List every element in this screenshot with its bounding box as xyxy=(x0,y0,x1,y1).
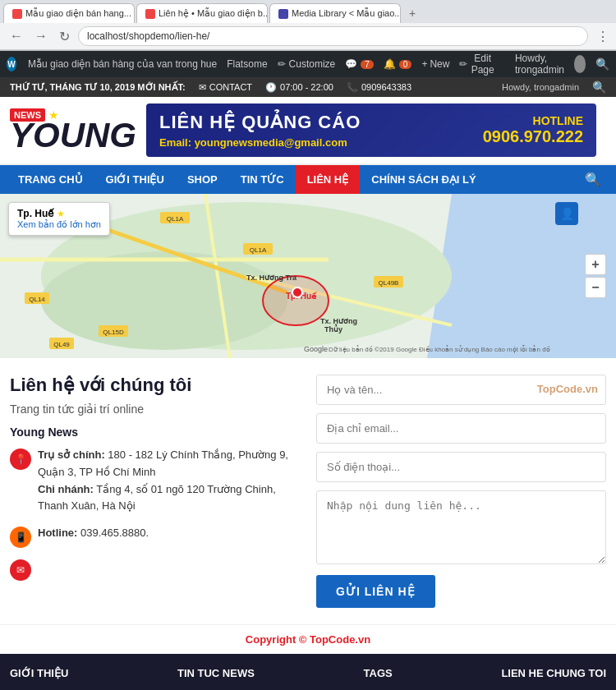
logo-text: NEWS ★ YOUNG xyxy=(10,108,136,153)
nav-search-icon[interactable]: 🔍 xyxy=(577,165,609,194)
browser-toolbar: ← → ↻ ⋮ xyxy=(0,23,616,50)
top-howdy: Howdy, trongadmin xyxy=(502,82,579,92)
address-row: 📍 Trụ sở chính: 180 - 182 Lý Chính Thắng… xyxy=(10,447,300,515)
phone-row: 📱 Hotline: 039.465.8880. xyxy=(10,525,300,548)
wp-admin-bar: W Mẫu giao diện bán hàng của van trong h… xyxy=(0,51,616,77)
site-header: NEWS ★ YOUNG LIÊN HỆ QUẢNG CÁO Email: yo… xyxy=(0,97,616,165)
map-city-label: Tp. Huế xyxy=(17,208,53,219)
back-button[interactable]: ← xyxy=(7,27,26,45)
banner-left: LIÊN HỆ QUẢNG CÁO Email: youngnewsmedia@… xyxy=(159,112,361,149)
comment-icon: 💬 xyxy=(345,58,357,70)
hotline-label: HOTLINE xyxy=(483,114,583,127)
svg-text:QL1A: QL1A xyxy=(250,246,267,254)
nav-chinh-sach[interactable]: CHÍNH SÁCH ĐẠI LÝ xyxy=(360,165,487,194)
address-label: Trụ sở chính: xyxy=(38,448,105,461)
nav-shop[interactable]: SHOP xyxy=(176,165,229,194)
hotline-number: 039.465.8880. xyxy=(80,527,149,539)
forward-button[interactable]: → xyxy=(31,27,51,45)
wp-customize[interactable]: ✏ Customize xyxy=(278,58,336,70)
footer-col-1: GIỚI THIỆU xyxy=(10,667,68,686)
banner-title: LIÊN HỆ QUẢNG CÁO xyxy=(159,112,361,133)
wp-search-icon[interactable]: 🔍 xyxy=(595,58,609,71)
contact-label: CONTACT xyxy=(209,82,252,92)
map-view-larger-link[interactable]: Xem bản đồ lớn hơn xyxy=(17,219,101,229)
hours-info-item: 🕐 07:00 - 22:00 xyxy=(265,82,333,93)
branch-label: Chi nhánh: xyxy=(38,483,94,495)
svg-text:QL14: QL14 xyxy=(29,296,45,303)
svg-point-3 xyxy=(41,251,287,350)
email-input[interactable] xyxy=(316,413,606,444)
page-title: Liên hệ với chúng tôi xyxy=(10,375,300,396)
copyright-text: Copyright © TopCode.vn xyxy=(246,633,370,646)
wp-new-button[interactable]: + New xyxy=(421,58,449,70)
map-star-icon: ★ xyxy=(57,209,65,219)
page-subtitle: Trang tin tức giải trí online xyxy=(10,402,300,416)
svg-text:Thủy: Thủy xyxy=(324,324,342,334)
wp-edit-button[interactable]: ✏ Edit Page xyxy=(459,53,495,76)
tab-label-3: Media Library < Mẫu giao... xyxy=(292,8,401,19)
map-zoom-out-button[interactable]: − xyxy=(585,277,606,298)
wp-avatar xyxy=(574,55,586,73)
footer-col-1-title: GIỚI THIỆU xyxy=(10,667,68,679)
new-tab-button[interactable]: + xyxy=(402,3,422,23)
svg-text:Dữ liệu bản đồ ©2019 Google  Đ: Dữ liệu bản đồ ©2019 Google Điều khoản s… xyxy=(329,345,550,353)
footer-col-2: TIN TUC NEWS xyxy=(177,667,255,686)
browser-chrome: Mẫu giao diện bán hang... ✕ Liên hệ • Mẫ… xyxy=(0,0,616,51)
name-input[interactable] xyxy=(316,375,606,405)
footer-col-2-title: TIN TUC NEWS xyxy=(177,667,255,679)
svg-point-20 xyxy=(263,276,329,325)
hotline-text: Hotline: 039.465.8880. xyxy=(38,525,149,542)
wp-updates[interactable]: 🔔 0 xyxy=(384,58,412,70)
content-area: Liên hệ với chúng tôi Trang tin tức giải… xyxy=(0,358,616,624)
svg-text:QL1A: QL1A xyxy=(167,215,184,223)
phone-input[interactable] xyxy=(316,452,606,482)
banner-phone: 0906.970.222 xyxy=(483,127,583,146)
banner-email: Email: youngnewsmedia@gmail.com xyxy=(159,136,361,149)
svg-text:Tx. Hương Tra: Tx. Hương Tra xyxy=(246,274,297,282)
extensions-icon[interactable]: ⋮ xyxy=(596,29,609,44)
main-nav: TRANG CHỦ GIỚI THIỆU SHOP TIN TỨC LIÊN H… xyxy=(0,165,616,194)
browser-tab-1[interactable]: Mẫu giao diện bán hang... ✕ xyxy=(3,3,135,23)
browser-tab-2[interactable]: Liên hệ • Mẫu giao diện b... ✕ xyxy=(136,3,268,23)
hours-text: 07:00 - 22:00 xyxy=(280,82,333,92)
message-textarea[interactable] xyxy=(316,490,606,564)
svg-text:QL49: QL49 xyxy=(53,341,70,348)
map-info-box: Tp. Huế ★ Xem bản đồ lớn hơn xyxy=(8,202,110,236)
wp-comments[interactable]: 💬 7 xyxy=(345,58,374,70)
tab-label-1: Mẫu giao diện bán hang... xyxy=(25,8,131,19)
site-footer: GIỚI THIỆU TIN TUC NEWS TAGS LIEN HE CHU… xyxy=(0,654,616,690)
clock-icon: 🕐 xyxy=(265,82,277,93)
tab-favicon-3 xyxy=(278,9,288,19)
browser-tab-3[interactable]: Media Library < Mẫu giao... ✕ xyxy=(269,3,401,23)
date-label: THỨ TƯ, THÁNG TƯ 10, 2019 MỚI NHẤT: xyxy=(10,82,186,93)
nav-gioi-thieu[interactable]: GIỚI THIỆU xyxy=(94,165,176,194)
map-zoom-in-button[interactable]: + xyxy=(585,254,606,275)
map-person-icon: 👤 xyxy=(555,202,578,225)
footer-col-3: TAGS xyxy=(364,667,393,686)
svg-text:QL49B: QL49B xyxy=(379,279,399,287)
wp-edit-label: Edit Page xyxy=(470,53,495,76)
map-container: QL1A QL1A QL14 QL49 QL49B QL15D Tx. Hươn… xyxy=(0,194,616,358)
wp-site-name[interactable]: Mẫu giao diện bán hàng của van trong hue xyxy=(28,58,217,70)
reload-button[interactable]: ↻ xyxy=(56,27,73,46)
submit-button[interactable]: GỬI LIÊN HỆ xyxy=(316,575,435,608)
map-zoom-controls: + − xyxy=(585,254,606,298)
wp-theme-label: Flatsome xyxy=(227,58,267,70)
phone-info-item: 📞 0909643383 xyxy=(347,82,411,93)
howdy-text: Howdy, trongadmin xyxy=(515,53,571,76)
nav-trang-chu[interactable]: TRANG CHỦ xyxy=(7,165,94,194)
header-banner: LIÊN HỆ QUẢNG CÁO Email: youngnewsmedia@… xyxy=(146,104,596,157)
updates-icon: 🔔 xyxy=(384,58,396,70)
site-logo[interactable]: NEWS ★ YOUNG xyxy=(10,108,136,153)
footer-col-4: LIEN HE CHUNG TOI xyxy=(501,667,606,686)
top-search-icon[interactable]: 🔍 xyxy=(592,80,606,94)
wp-new-label: New xyxy=(430,58,449,70)
svg-text:Google: Google xyxy=(304,345,328,353)
nav-lien-he[interactable]: LIÊN HỆ xyxy=(296,165,361,194)
address-bar[interactable] xyxy=(78,26,588,46)
logo-young-text: YOUNG xyxy=(10,118,136,153)
tab-favicon-2 xyxy=(145,9,155,19)
nav-tin-tuc[interactable]: TIN TỨC xyxy=(229,165,296,194)
wp-theme[interactable]: Flatsome xyxy=(227,58,267,70)
company-name: Young News xyxy=(10,426,300,439)
